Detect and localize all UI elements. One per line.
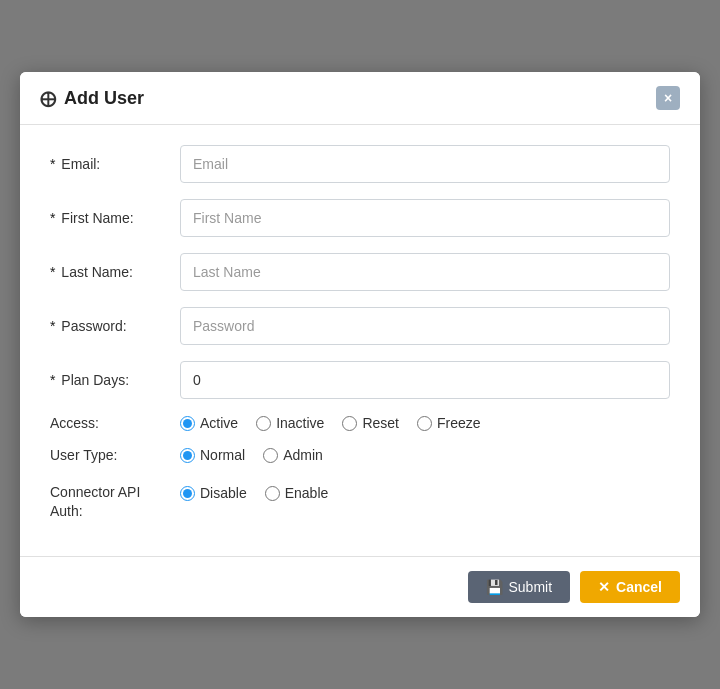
access-radio-active[interactable] (180, 416, 195, 431)
password-field[interactable] (180, 307, 670, 345)
usertype-radio-normal[interactable] (180, 448, 195, 463)
email-row: * Email: (50, 145, 670, 183)
plandays-label: * Plan Days: (50, 372, 180, 388)
password-label: * Password: (50, 318, 180, 334)
modal-overlay: ⨁ Add User × * Email: * First Name: (0, 0, 720, 689)
modal-title: ⨁ Add User (40, 88, 144, 109)
access-option-inactive[interactable]: Inactive (256, 415, 324, 431)
access-radio-freeze[interactable] (417, 416, 432, 431)
plandays-field[interactable] (180, 361, 670, 399)
close-icon: × (664, 90, 672, 106)
required-star: * (50, 156, 59, 172)
plandays-row: * Plan Days: (50, 361, 670, 399)
lastname-row: * Last Name: (50, 253, 670, 291)
usertype-option-admin[interactable]: Admin (263, 447, 323, 463)
connector-label-disable: Disable (200, 485, 247, 501)
connector-label-enable: Enable (285, 485, 329, 501)
access-label: Access: (50, 415, 180, 431)
password-row: * Password: (50, 307, 670, 345)
access-label-reset: Reset (362, 415, 399, 431)
usertype-label-normal: Normal (200, 447, 245, 463)
access-radio-inactive[interactable] (256, 416, 271, 431)
usertype-label: User Type: (50, 447, 180, 463)
lastname-field[interactable] (180, 253, 670, 291)
modal-title-text: Add User (64, 88, 144, 109)
access-label-freeze: Freeze (437, 415, 481, 431)
usertype-row: User Type: Normal Admin (50, 447, 670, 463)
connector-label: Connector API Auth: (50, 483, 180, 519)
access-option-active[interactable]: Active (180, 415, 238, 431)
firstname-row: * First Name: (50, 199, 670, 237)
access-row: Access: Active Inactive Reset (50, 415, 670, 431)
required-star: * (50, 210, 59, 226)
usertype-radio-group: Normal Admin (180, 447, 323, 463)
cancel-button[interactable]: ✕ Cancel (580, 571, 680, 603)
firstname-field[interactable] (180, 199, 670, 237)
modal-footer: 💾 Submit ✕ Cancel (20, 556, 700, 617)
lastname-label: * Last Name: (50, 264, 180, 280)
email-label: * Email: (50, 156, 180, 172)
connector-option-enable[interactable]: Enable (265, 485, 329, 501)
modal-header: ⨁ Add User × (20, 72, 700, 125)
connector-option-disable[interactable]: Disable (180, 485, 247, 501)
access-option-freeze[interactable]: Freeze (417, 415, 481, 431)
required-star: * (50, 264, 59, 280)
submit-icon: 💾 (486, 579, 503, 595)
required-star: * (50, 318, 59, 334)
usertype-option-normal[interactable]: Normal (180, 447, 245, 463)
access-label-inactive: Inactive (276, 415, 324, 431)
connector-radio-disable[interactable] (180, 486, 195, 501)
usertype-label-admin: Admin (283, 447, 323, 463)
email-field[interactable] (180, 145, 670, 183)
required-star: * (50, 372, 59, 388)
add-user-modal: ⨁ Add User × * Email: * First Name: (20, 72, 700, 616)
cancel-label: Cancel (616, 579, 662, 595)
access-label-active: Active (200, 415, 238, 431)
firstname-label: * First Name: (50, 210, 180, 226)
close-button[interactable]: × (656, 86, 680, 110)
connector-radio-group: Disable Enable (180, 483, 328, 501)
modal-body: * Email: * First Name: * Last Name: (20, 125, 700, 555)
access-option-reset[interactable]: Reset (342, 415, 399, 431)
access-radio-reset[interactable] (342, 416, 357, 431)
cancel-icon: ✕ (598, 579, 610, 595)
submit-label: Submit (509, 579, 553, 595)
connector-row: Connector API Auth: Disable Enable (50, 479, 670, 519)
connector-radio-enable[interactable] (265, 486, 280, 501)
add-user-icon: ⨁ (40, 89, 56, 108)
access-radio-group: Active Inactive Reset Freeze (180, 415, 481, 431)
usertype-radio-admin[interactable] (263, 448, 278, 463)
submit-button[interactable]: 💾 Submit (468, 571, 571, 603)
